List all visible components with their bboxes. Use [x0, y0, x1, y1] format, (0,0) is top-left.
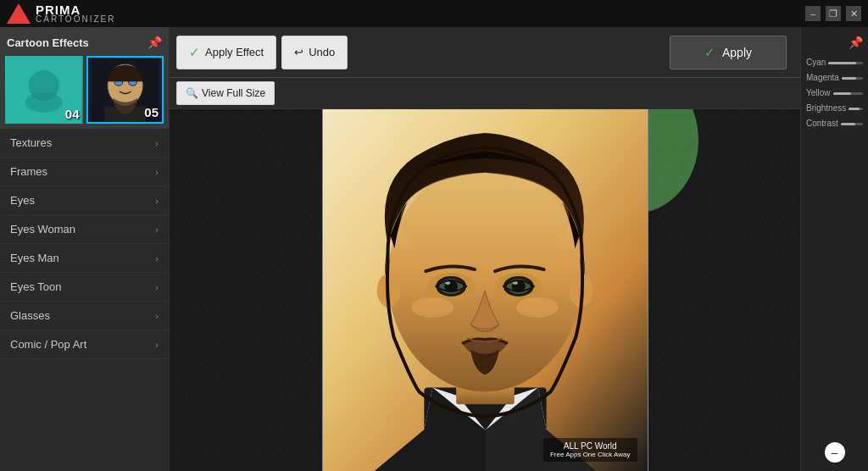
- right-pin-icon: 📌: [849, 36, 863, 49]
- portrait-svg: [323, 109, 648, 471]
- effect-04-label: 04: [65, 107, 80, 121]
- logo-triangle-icon: [7, 3, 31, 24]
- minimize-button[interactable]: –: [805, 6, 821, 21]
- brightness-label: Brightness: [806, 103, 846, 113]
- sidebar: Cartoon Effects 📌 04: [0, 27, 170, 471]
- sidebar-item-eyes-woman[interactable]: Eyes Woman ›: [0, 215, 169, 244]
- apply-effect-label: Apply Effect: [205, 46, 264, 58]
- yellow-label: Yellow: [806, 88, 831, 97]
- sidebar-item-eyes-man-label: Eyes Man: [10, 252, 59, 264]
- sidebar-item-eyes[interactable]: Eyes ›: [0, 186, 169, 215]
- sidebar-item-glasses-label: Glasses: [10, 309, 50, 322]
- svg-point-2: [25, 92, 63, 113]
- app-sub: CARTOONIZER: [36, 14, 115, 24]
- watermark-line1: ALL PC World: [550, 441, 631, 451]
- chevron-right-icon: ›: [155, 340, 159, 350]
- effects-panel-header: Cartoon Effects 📌: [5, 32, 164, 53]
- sidebar-item-glasses[interactable]: Glasses ›: [0, 302, 169, 330]
- watermark: ALL PC World Free Apps One Click Away: [543, 438, 637, 462]
- undo-icon: ↩: [294, 46, 303, 58]
- chevron-right-icon: ›: [155, 253, 159, 263]
- app-body: Cartoon Effects 📌 04: [0, 27, 868, 471]
- effect-05-label: 05: [144, 105, 159, 119]
- sidebar-item-eyes-man[interactable]: Eyes Man ›: [0, 244, 169, 273]
- effects-title: Cartoon Effects: [7, 36, 89, 49]
- apply-check-icon: ✓: [704, 45, 715, 60]
- apply-effect-button[interactable]: ✓ Apply Effect: [176, 36, 276, 69]
- effect-thumb-05[interactable]: 05: [86, 56, 164, 124]
- view-full-size-label: View Full Size: [202, 87, 265, 99]
- undo-label: Undo: [309, 46, 335, 58]
- magenta-slider-row: Magenta: [806, 73, 863, 84]
- magenta-slider-fill: [842, 77, 857, 80]
- close-button[interactable]: ✕: [846, 6, 861, 21]
- magenta-slider[interactable]: [842, 77, 863, 80]
- cyan-slider-fill: [828, 62, 856, 64]
- app-logo: PRIMA CARTOONIZER: [7, 3, 115, 24]
- zoom-out-button[interactable]: –: [825, 442, 845, 463]
- contrast-slider-row: Contrast: [806, 119, 863, 130]
- portrait-container: ALL PC World Free Apps One Click Away: [322, 109, 648, 471]
- chevron-right-icon: ›: [155, 167, 159, 177]
- sidebar-item-eyes-woman-label: Eyes Woman: [10, 223, 75, 236]
- sidebar-item-frames[interactable]: Frames ›: [0, 158, 169, 186]
- svg-point-19: [400, 172, 569, 264]
- sidebar-item-comic-pop-art-label: Comic / Pop Art: [10, 338, 86, 351]
- right-panel: 📌 Cyan Magenta Yellow Bri: [800, 27, 868, 471]
- brightness-slider-row: Brightness: [806, 103, 863, 114]
- effects-panel: Cartoon Effects 📌 04: [0, 27, 169, 129]
- zoom-out-icon: –: [832, 446, 838, 459]
- chevron-right-icon: ›: [155, 138, 159, 148]
- sidebar-item-textures-label: Textures: [10, 136, 52, 149]
- cyan-label: Cyan: [806, 58, 826, 67]
- title-bar: PRIMA CARTOONIZER – ❐ ✕: [0, 0, 868, 27]
- sidebar-item-textures[interactable]: Textures ›: [0, 129, 169, 158]
- chevron-right-icon: ›: [155, 196, 159, 206]
- cyan-slider[interactable]: [828, 62, 863, 64]
- toolbar: ✓ Apply Effect ↩ Undo ✓ Apply: [170, 27, 800, 78]
- window-controls: – ❐ ✕: [805, 6, 861, 21]
- magenta-label: Magenta: [806, 73, 839, 82]
- sidebar-menu: Textures › Frames › Eyes › Eyes Woman › …: [0, 129, 169, 471]
- effect-thumb-04[interactable]: 04: [5, 56, 83, 124]
- brightness-slider-fill: [849, 108, 860, 110]
- apply-label: Apply: [722, 46, 752, 59]
- chevron-right-icon: ›: [155, 224, 159, 235]
- apply-btn-wrap: ✓ Apply: [670, 36, 787, 69]
- svg-point-31: [515, 296, 558, 317]
- pin-icon: 📌: [147, 36, 162, 49]
- contrast-label: Contrast: [806, 119, 838, 128]
- undo-button[interactable]: ↩ Undo: [281, 36, 348, 69]
- sidebar-item-eyes-label: Eyes: [10, 194, 35, 207]
- zoom-icon: 🔍: [186, 87, 198, 99]
- photo-frame: ALL PC World Free Apps One Click Away: [322, 109, 648, 471]
- watermark-line2: Free Apps One Click Away: [550, 451, 631, 458]
- restore-button[interactable]: ❐: [826, 6, 841, 21]
- brightness-slider[interactable]: [849, 108, 863, 110]
- zoom-section: –: [825, 442, 845, 463]
- cyan-slider-row: Cyan: [806, 58, 863, 69]
- view-full-size-button[interactable]: 🔍 View Full Size: [176, 81, 275, 105]
- sidebar-item-eyes-toon[interactable]: Eyes Toon ›: [0, 273, 169, 302]
- canvas-area: ALL PC World Free Apps One Click Away: [170, 109, 800, 471]
- contrast-slider-fill: [841, 123, 855, 125]
- contrast-slider[interactable]: [841, 123, 863, 125]
- yellow-slider-row: Yellow: [806, 88, 863, 99]
- sidebar-item-eyes-toon-label: Eyes Toon: [10, 280, 61, 293]
- svg-point-30: [411, 296, 453, 317]
- sidebar-item-comic-pop-art[interactable]: Comic / Pop Art ›: [0, 330, 169, 359]
- yellow-slider[interactable]: [833, 92, 863, 95]
- apply-button[interactable]: ✓ Apply: [670, 36, 787, 69]
- sub-toolbar: 🔍 View Full Size: [170, 78, 800, 109]
- chevron-right-icon: ›: [155, 282, 159, 292]
- main-content: ✓ Apply Effect ↩ Undo ✓ Apply 🔍 View Ful…: [170, 27, 800, 471]
- slider-group: Cyan Magenta Yellow Brightness: [806, 58, 863, 134]
- yellow-slider-fill: [833, 92, 851, 95]
- chevron-right-icon: ›: [155, 311, 159, 321]
- effects-grid: 04: [5, 56, 164, 124]
- sidebar-item-frames-label: Frames: [10, 165, 47, 178]
- check-icon: ✓: [189, 45, 200, 60]
